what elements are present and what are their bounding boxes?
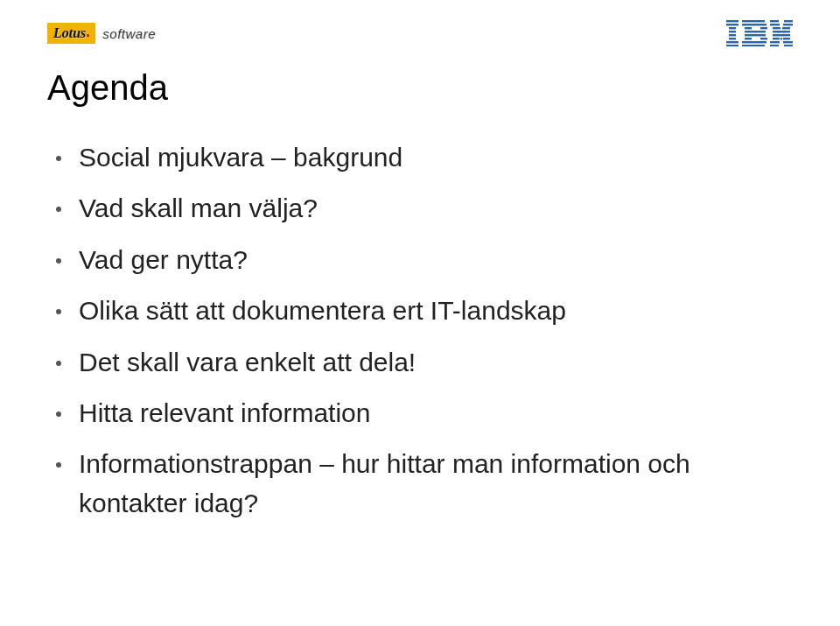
svg-rect-14 [745,38,752,39]
svg-rect-15 [760,38,767,39]
svg-rect-33 [770,41,780,43]
lotus-logo-text: Lotus [53,25,86,41]
svg-rect-28 [780,34,784,36]
lotus-badge: Lotus [47,23,95,44]
svg-rect-23 [782,27,790,29]
svg-rect-7 [726,45,738,46]
svg-rect-0 [726,20,738,22]
svg-rect-17 [742,45,765,46]
svg-rect-12 [745,31,766,32]
list-item: Vad ger nytta? [54,241,788,279]
svg-rect-26 [783,31,790,32]
svg-rect-18 [770,20,779,22]
svg-rect-29 [783,34,790,36]
list-item: Olika sätt att dokumentera ert IT-landsk… [54,292,788,330]
svg-rect-19 [784,20,793,22]
list-item: Det skall vara enkelt att dela! [54,343,788,382]
software-text: software [102,26,156,41]
slide-header: Lotus software [47,16,793,51]
svg-rect-16 [742,41,766,43]
svg-rect-2 [729,27,736,29]
svg-rect-31 [780,38,782,39]
svg-rect-13 [745,34,766,36]
svg-rect-20 [770,24,780,25]
svg-rect-6 [726,41,738,43]
slide-title: Agenda [47,68,168,108]
svg-rect-30 [773,38,780,39]
svg-rect-1 [726,24,738,25]
list-item: Hitta relevant information [54,394,788,433]
svg-rect-4 [729,34,736,36]
slide: Lotus software [0,0,840,626]
svg-rect-34 [783,41,793,43]
lotus-dot-icon [87,34,89,37]
svg-rect-9 [742,24,766,25]
svg-rect-32 [783,38,790,39]
svg-rect-11 [760,27,767,29]
bullet-list: Social mjukvara – bakgrund Vad skall man… [54,138,788,535]
svg-rect-5 [729,38,736,39]
brand-lotus-software: Lotus software [47,23,156,44]
list-item: Informationstrappan – hur hittar man inf… [54,445,788,523]
svg-rect-36 [784,45,793,46]
svg-rect-10 [745,27,752,29]
svg-rect-8 [742,20,765,22]
list-item: Social mjukvara – bakgrund [54,138,788,177]
svg-rect-22 [773,27,780,29]
svg-rect-3 [729,31,736,32]
ibm-logo-icon [726,20,793,46]
svg-rect-35 [770,45,779,46]
svg-rect-27 [773,34,780,36]
list-item: Vad skall man välja? [54,189,788,228]
svg-rect-21 [783,24,793,25]
